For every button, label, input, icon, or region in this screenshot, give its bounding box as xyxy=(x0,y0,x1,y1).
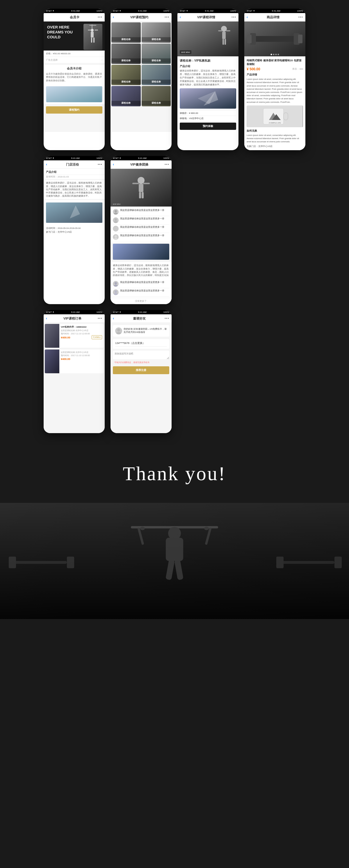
svg-rect-9 xyxy=(47,86,102,102)
spacer-col4-row2 xyxy=(244,156,306,304)
header-course-detail: ‹ VIP课程详情 ··· xyxy=(177,13,238,22)
avatar-3 xyxy=(113,226,119,231)
comment-list-2: 我这里是绑缘名称这里是这里这里更多一排 我这里是绑缘名称这里是这里这里更多一排 xyxy=(111,279,172,298)
message-textarea[interactable] xyxy=(113,351,169,359)
hero-image xyxy=(84,24,103,50)
more-icon[interactable]: ··· xyxy=(98,14,103,20)
back-btn-3[interactable]: ‹ xyxy=(113,162,114,166)
intro-title: 会员卡介绍 xyxy=(43,65,105,71)
phone-store-event: AT&T ✦ 9:41 AM 100% ‹ 门店活动 ··· 产品介绍 发布时间… xyxy=(43,156,105,304)
vip-booking-body: 课程名称 课程名称 课程名称 课程名称 课程名称 xyxy=(111,22,172,132)
book-button[interactable]: 预约体验 xyxy=(180,123,236,130)
course-label-6: 课程名称 xyxy=(142,80,171,84)
back-button[interactable]: ‹ xyxy=(113,15,114,19)
comment-text-6: 我这里是绑缘名称这里是这里这里更多一排 xyxy=(120,289,164,292)
event-section-title: 产品介绍 xyxy=(43,169,105,175)
product-hero xyxy=(244,22,306,56)
invite-note: *手机号为消费凭证，请填写真实手机号 xyxy=(113,361,169,364)
course-location: 体验地：V9光华中心店 xyxy=(180,116,236,121)
course-card-4[interactable]: 课程名称 xyxy=(142,43,171,64)
status-bar-3: AT&T ✦ 9:41 AM 100% xyxy=(111,156,172,160)
invite-avatar xyxy=(115,328,122,334)
header-store-event: ‹ 门店活动 ··· xyxy=(43,160,105,169)
more-icon-8[interactable]: ··· xyxy=(298,14,303,20)
course-grid: 课程名称 课程名称 课程名称 课程名称 课程名称 xyxy=(111,22,172,107)
order-card-1[interactable]: VIP机构作序：18883222 这里是课程名称·光华中心V9店 预约时间：20… xyxy=(45,324,104,348)
svg-point-46 xyxy=(114,238,118,240)
membership-hero: OVER HERE DREAMS YOU COULD xyxy=(43,22,105,51)
course-card-7[interactable]: 课程名称 xyxy=(111,86,141,106)
avatar-1 xyxy=(113,209,119,215)
hero-text: OVER HERE DREAMS YOU COULD xyxy=(47,25,76,40)
course-label-7: 课程名称 xyxy=(111,101,141,105)
course-card-3[interactable]: 课程名称 xyxy=(111,43,141,64)
phone-field[interactable]: 134****5678（点击更换） xyxy=(113,339,169,349)
invite-body-wrapper: 您的好友 好友邀请您获—V9免费练卡，请先手机号到V9练场传 134****56… xyxy=(111,323,172,433)
see-more[interactable]: 没有更多了· xyxy=(111,298,172,304)
event-meta: 活动时间：2018-09-04-2018-09-04 参与门店：光华中心V9店 xyxy=(43,225,105,235)
back-btn-5[interactable]: ‹ xyxy=(46,316,47,320)
order-time-1: 预约时间：2017-11-10 12:00:00 xyxy=(61,332,102,336)
svg-point-53 xyxy=(117,329,120,332)
course-card-8[interactable]: 课程名称 xyxy=(142,86,171,106)
price-stock-row: ¥ 500.00 库存：300 xyxy=(246,67,303,71)
invite-submit-button[interactable]: 推荐注册 xyxy=(113,366,169,374)
dot-2 xyxy=(273,54,274,55)
course-hero: and also xyxy=(177,22,238,56)
svg-rect-67 xyxy=(9,557,16,568)
status-bar-6: AT&T ✦ 9:41 AM 100% xyxy=(111,310,172,314)
course-card-2[interactable]: 课程名称 xyxy=(142,22,171,43)
order-status-1[interactable]: 完成确认 xyxy=(92,335,102,339)
svg-rect-62 xyxy=(166,538,183,561)
order-info-2: 这里是课程名称·光华中心V9店 预约时间：2017-11-10 12:00:00… xyxy=(59,349,104,373)
book-course-button[interactable]: 课程预约 xyxy=(46,106,103,114)
course-card-6[interactable]: 课程名称 xyxy=(142,65,171,85)
svg-rect-37 xyxy=(139,192,141,198)
redeem-section-title: 如何兑换 xyxy=(246,129,303,133)
back-btn-4[interactable]: ‹ xyxy=(46,162,47,166)
phone-invite: AT&T ✦ 9:41 AM 100% ‹ 邀请好友 ··· 您的好友 好友邀请… xyxy=(111,310,172,433)
course-card-1[interactable]: 课程名称 xyxy=(111,22,141,43)
svg-rect-70 xyxy=(276,557,284,568)
header-invite: ‹ 邀请好友 ··· xyxy=(111,314,172,323)
order-info-1: VIP机构作序：18883222 这里是课程名称·光华中心V9店 预约时间：20… xyxy=(59,324,104,348)
status-bar-7: AT&T ✦ 9:41 AM 100% xyxy=(177,9,238,13)
event-desc: 健身运动简单易行，适当运动，能有效地增强人们的体质，增进人们的健康，发达全身体力… xyxy=(43,180,105,200)
svg-rect-15 xyxy=(226,30,230,31)
svg-point-42 xyxy=(114,221,118,223)
svg-rect-5 xyxy=(94,30,98,31)
svg-point-43 xyxy=(115,227,117,229)
svg-rect-66 xyxy=(14,561,67,564)
group-kite-img xyxy=(113,244,169,260)
more-icon-2[interactable]: ··· xyxy=(165,14,169,20)
more-icon-6[interactable]: ··· xyxy=(165,316,169,321)
more-icon-4[interactable]: ··· xyxy=(98,162,103,167)
svg-rect-52 xyxy=(45,350,59,373)
svg-point-63 xyxy=(168,527,181,540)
back-btn-6[interactable]: ‹ xyxy=(113,316,114,320)
svg-point-41 xyxy=(115,218,117,221)
svg-point-48 xyxy=(114,285,118,287)
course-name: 课程名称：VIP私教私款 xyxy=(180,59,236,63)
more-icon-7[interactable]: ··· xyxy=(232,14,236,20)
event-date: 发布时间：2018-01-03 xyxy=(43,175,105,180)
svg-rect-69 xyxy=(282,561,335,564)
svg-point-45 xyxy=(115,235,117,238)
course-label-5: 课程名称 xyxy=(111,80,141,84)
back-btn-8[interactable]: ‹ xyxy=(246,15,248,19)
order-price-1: ¥400.00 xyxy=(61,336,70,339)
course-label-8: 课程名称 xyxy=(142,101,171,105)
svg-rect-22 xyxy=(253,36,297,42)
comment-text-3: 我这里是绑缘名称这里是这里这里更多一排 xyxy=(120,226,164,229)
more-icon-3[interactable]: ··· xyxy=(165,162,169,167)
phone-product-detail: AT&T ✦ 9:41 AM 100% ‹ 商品详情 ··· xyxy=(244,9,306,150)
order-card-2[interactable]: 这里是课程名称·光华中心V9店 预约时间：2017-11-10 12:00:00… xyxy=(45,349,104,373)
product-lorem1: Lorem ipsum dolor sit amet, consectetur … xyxy=(246,78,303,104)
avatar-2 xyxy=(113,217,119,223)
more-icon-5[interactable]: ··· xyxy=(98,316,103,321)
course-card-5[interactable]: 课程名称 xyxy=(111,65,141,85)
product-body: 纯钢男式哑铃 健身器材 家用电镀哑铃20 包胶套装钢制 ¥ 500.00 库存：… xyxy=(244,22,306,150)
spacer-col4-row3 xyxy=(244,310,306,433)
comment-4: 我这里是绑缘名称这里是这里这里更多一排 xyxy=(113,233,169,241)
back-btn-7[interactable]: ‹ xyxy=(180,15,181,19)
